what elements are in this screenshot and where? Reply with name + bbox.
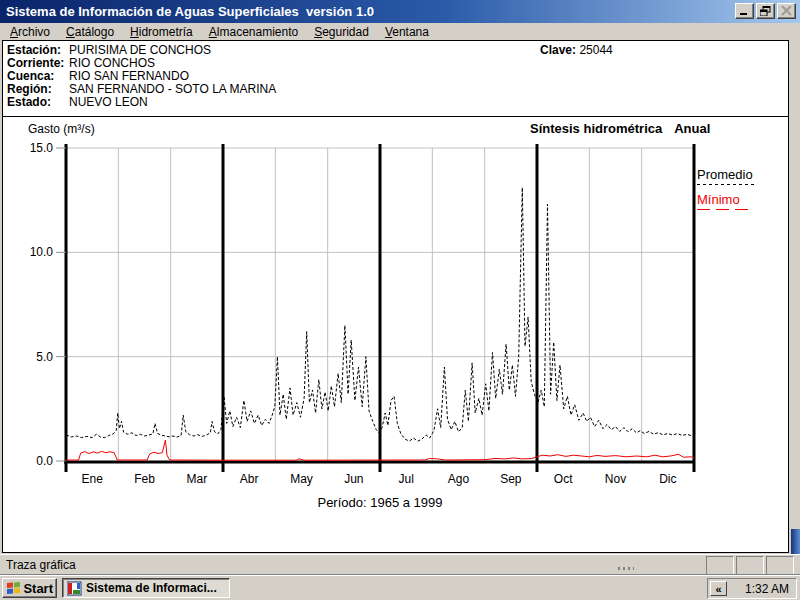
station-key: Clave: 25044 [540, 43, 613, 57]
svg-text:Jul: Jul [398, 472, 413, 486]
menu-seguridad[interactable]: Seguridad [306, 24, 377, 40]
svg-text:Período: 1965 a 1999: Período: 1965 a 1999 [317, 495, 442, 510]
svg-text:Nov: Nov [605, 472, 626, 486]
svg-text:Jun: Jun [344, 472, 363, 486]
promedio-line-sample [697, 184, 755, 185]
menu-almacenamiento[interactable]: Almacenamiento [201, 24, 306, 40]
station-row: Estación:PURISIMA DE CONCHOS [7, 43, 211, 57]
minimo-line-sample [697, 209, 749, 210]
taskbar-clock: 1:32 AM [745, 582, 796, 596]
legend-promedio: Promedio [697, 167, 787, 185]
svg-text:Mar: Mar [186, 472, 207, 486]
minimize-icon [739, 6, 750, 16]
status-panel-2 [736, 556, 764, 575]
svg-text:Sep: Sep [500, 472, 522, 486]
basin-row: Cuenca:RIO SAN FERNANDO [7, 69, 189, 83]
svg-text:Ene: Ene [81, 472, 103, 486]
status-panel-1 [706, 556, 734, 575]
menu-archivo[interactable]: Archivo [2, 24, 58, 40]
menu-hidrometria[interactable]: Hidrometría [122, 24, 201, 40]
chart-legend: Promedio Mínimo [697, 167, 787, 210]
scrollbar-fragment [791, 529, 800, 554]
window-titlebar: Sistema de Información de Aguas Superfic… [0, 0, 800, 23]
svg-text:5.0: 5.0 [36, 350, 53, 364]
window-title: Sistema de Información de Aguas Superfic… [6, 4, 374, 19]
app-icon [67, 581, 82, 596]
svg-text:0.0: 0.0 [36, 454, 53, 468]
stream-row: Corriente:RIO CONCHOS [7, 56, 155, 70]
svg-text:15.0: 15.0 [30, 141, 54, 155]
start-button[interactable]: Start [2, 578, 57, 598]
region-row: Región:SAN FERNANDO - SOTO LA MARINA [7, 82, 276, 96]
menu-catalogo[interactable]: Catálogo [58, 24, 122, 40]
restore-icon [760, 6, 771, 16]
state-row: Estado:NUEVO LEON [7, 95, 148, 109]
status-panel-3 [766, 556, 794, 575]
svg-text:Ago: Ago [448, 472, 470, 486]
legend-minimo: Mínimo [697, 192, 787, 210]
svg-text:Abr: Abr [240, 472, 259, 486]
status-bar: Traza gráfica [0, 554, 800, 575]
form-area: Estación:PURISIMA DE CONCHOS Corriente:R… [2, 40, 789, 553]
system-tray: « 1:32 AM [707, 578, 797, 599]
menu-bar: ArchivoCatálogoHidrometríaAlmacenamiento… [0, 23, 800, 40]
restore-button[interactable] [756, 3, 775, 19]
close-button[interactable] [777, 3, 796, 19]
svg-text:Dic: Dic [659, 472, 676, 486]
taskbar: Start Sistema de Informaci... « 1:32 AM [0, 575, 800, 600]
menu-ventana[interactable]: Ventana [377, 24, 437, 40]
status-text: Traza gráfica [6, 558, 76, 572]
hydrograph-chart: 0.05.010.015.0EneFebMarAbrMayJunJulAgoSe… [3, 115, 788, 552]
close-icon [781, 6, 792, 16]
minimize-button[interactable] [735, 3, 754, 19]
windows-logo-icon [6, 581, 20, 595]
tray-chevron-button[interactable]: « [710, 581, 727, 596]
panel-grip [618, 567, 634, 570]
svg-text:10.0: 10.0 [30, 245, 54, 259]
svg-text:May: May [290, 472, 313, 486]
task-button-sistema[interactable]: Sistema de Informaci... [62, 578, 230, 598]
svg-text:Feb: Feb [134, 472, 155, 486]
svg-text:Oct: Oct [554, 472, 573, 486]
